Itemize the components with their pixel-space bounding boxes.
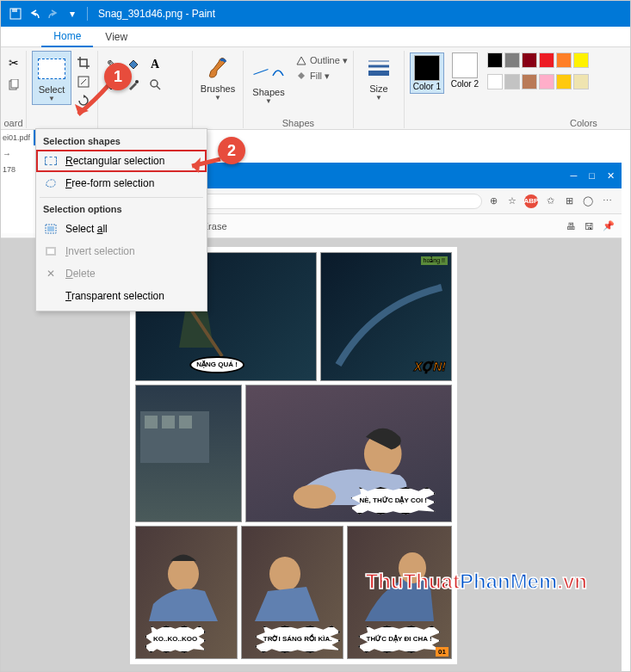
count-label: 178 bbox=[1, 162, 35, 177]
swatch-white[interactable] bbox=[487, 74, 503, 89]
brushes-button[interactable]: Brushes ▼ bbox=[198, 51, 238, 103]
undo-icon[interactable] bbox=[27, 6, 42, 22]
size-dropdown-arrow-icon[interactable]: ▼ bbox=[375, 94, 382, 102]
swatch-ltyellow[interactable] bbox=[573, 74, 589, 89]
select-button[interactable]: Select ▼ bbox=[32, 51, 71, 105]
svg-point-5 bbox=[135, 80, 139, 83]
watermark: ThuThuatPhanMem.vn bbox=[366, 570, 587, 594]
sfx-xon: XỢN! bbox=[414, 360, 446, 373]
shapes-button[interactable]: Shapes ▼ bbox=[249, 54, 288, 107]
shapes-gallery-icon bbox=[253, 56, 285, 87]
speech-nangqua: NẶNG QUÁ ! bbox=[189, 356, 244, 373]
svg-point-17 bbox=[293, 484, 336, 509]
swatch-gold[interactable] bbox=[556, 74, 572, 89]
save-icon[interactable] bbox=[8, 6, 23, 22]
svg-rect-22 bbox=[47, 226, 54, 231]
size-button[interactable]: Size ▼ bbox=[359, 51, 399, 103]
svg-rect-13 bbox=[145, 416, 158, 428]
color2-swatch bbox=[452, 52, 478, 78]
home-tab[interactable]: Home bbox=[41, 27, 93, 47]
arrow-right-icon[interactable]: → bbox=[3, 149, 11, 158]
size-label: Size bbox=[369, 83, 387, 94]
comic-panel-5: KO..KO..KOO bbox=[135, 526, 238, 659]
search-zoom-icon[interactable]: ⊕ bbox=[486, 195, 501, 207]
menu-invert-selection: Invert selection bbox=[36, 240, 207, 262]
select-label: Select bbox=[39, 84, 65, 95]
speech-kokoko: KO..KO..KOO bbox=[145, 626, 206, 653]
adblock-icon[interactable]: ABP bbox=[523, 194, 539, 208]
swatch-red[interactable] bbox=[539, 52, 554, 68]
comic-panel-4: NÈ, THỨC DẬY COI ! bbox=[245, 385, 452, 522]
copy-icon[interactable] bbox=[5, 77, 22, 94]
swatch-darkred[interactable] bbox=[522, 52, 537, 68]
color1-label: Color 1 bbox=[413, 83, 441, 91]
magnifier-icon[interactable] bbox=[146, 76, 164, 93]
minimize-icon[interactable]: ─ bbox=[571, 170, 578, 182]
menu-header-shapes: Selection shapes bbox=[36, 133, 207, 150]
color1-button[interactable]: Color 1 bbox=[410, 52, 444, 94]
fill-button[interactable]: Fill ▾ bbox=[295, 70, 348, 82]
select-all-icon bbox=[43, 221, 59, 237]
print-icon[interactable]: 🖶 bbox=[566, 221, 576, 231]
settings-more-icon[interactable]: ⋯ bbox=[599, 195, 615, 207]
svg-rect-15 bbox=[179, 416, 192, 428]
speech-nethuc: NÈ, THỨC DẬY COI ! bbox=[350, 487, 436, 515]
shapes-label: Shapes bbox=[252, 87, 284, 97]
swatch-yellow[interactable] bbox=[573, 52, 589, 68]
menu-delete: ✕ Delete bbox=[36, 262, 207, 285]
brushes-dropdown-arrow-icon[interactable]: ▼ bbox=[214, 94, 221, 102]
clipboard-label: oard bbox=[3, 118, 22, 128]
comic-panel-3 bbox=[135, 385, 242, 522]
left-tab[interactable]: ei01.pdf bbox=[1, 130, 35, 145]
view-tab[interactable]: View bbox=[93, 28, 139, 46]
cut-icon[interactable]: ✂ bbox=[5, 54, 22, 71]
swatch-brown[interactable] bbox=[522, 74, 537, 89]
swatch-rose[interactable] bbox=[539, 74, 554, 89]
quick-access-toolbar: ▾ Snag_391d46.png - Paint bbox=[1, 6, 222, 22]
pin-icon[interactable]: 📌 bbox=[603, 220, 615, 231]
swatch-gray[interactable] bbox=[504, 52, 520, 68]
maximize-icon[interactable]: □ bbox=[589, 170, 595, 182]
brushes-group: Brushes ▼ bbox=[193, 51, 244, 128]
color2-button[interactable]: Color 2 bbox=[448, 52, 482, 94]
save-pdf-icon[interactable]: 🖫 bbox=[585, 221, 594, 231]
ribbon-tabs: File Home View bbox=[1, 27, 630, 47]
collections-icon[interactable]: ⊞ bbox=[561, 195, 577, 207]
brushes-label: Brushes bbox=[201, 83, 235, 94]
crop-icon[interactable] bbox=[75, 54, 92, 71]
favorites-bar-icon[interactable]: ✩ bbox=[542, 195, 558, 207]
comic-panel-2: hoảng !! XỢN! bbox=[320, 252, 452, 381]
text-icon[interactable]: A bbox=[146, 56, 164, 73]
brush-icon bbox=[204, 52, 232, 83]
redo-icon[interactable] bbox=[46, 6, 61, 22]
select-rect-icon bbox=[38, 59, 65, 79]
speech-thucday: THỨC DẬY ĐI CHA ! bbox=[358, 626, 441, 653]
favorite-icon[interactable]: ☆ bbox=[504, 195, 520, 207]
speech-troisang: TRỜI SÁNG RỒI KÌA. bbox=[255, 626, 341, 653]
swatch-orange[interactable] bbox=[556, 52, 572, 68]
annotation-badge-1: 1 bbox=[104, 63, 132, 90]
window-title: Snag_391d46.png - Paint bbox=[98, 8, 215, 20]
outline-button[interactable]: Outline ▾ bbox=[295, 54, 348, 66]
color1-swatch bbox=[414, 55, 440, 81]
svg-point-6 bbox=[151, 80, 158, 87]
swatch-ltgray[interactable] bbox=[504, 74, 520, 89]
rect-select-icon bbox=[43, 153, 59, 169]
colors-label: Colors bbox=[570, 118, 597, 128]
title-bar: ▾ Snag_391d46.png - Paint bbox=[1, 1, 630, 27]
select-dropdown-arrow-icon[interactable]: ▼ bbox=[48, 95, 55, 102]
svg-point-18 bbox=[168, 557, 199, 591]
shapes-dropdown-arrow-icon[interactable]: ▼ bbox=[265, 97, 272, 105]
menu-freeform-selection[interactable]: Free-form selection bbox=[36, 172, 207, 194]
swatch-black[interactable] bbox=[487, 52, 503, 68]
menu-select-all[interactable]: Select all bbox=[36, 218, 207, 240]
clipboard-group: ✂ oard bbox=[1, 51, 27, 128]
qat-customize-icon[interactable]: ▾ bbox=[65, 6, 80, 22]
delete-icon: ✕ bbox=[43, 266, 59, 281]
color2-label: Color 2 bbox=[451, 80, 479, 89]
left-sidebar-strip: ei01.pdf → 178 bbox=[1, 130, 35, 233]
page-number: 01 bbox=[436, 647, 449, 657]
profile-icon[interactable]: ◯ bbox=[580, 195, 596, 207]
close-icon[interactable]: ✕ bbox=[607, 170, 615, 182]
menu-transparent-selection[interactable]: Transparent selection bbox=[36, 285, 207, 307]
